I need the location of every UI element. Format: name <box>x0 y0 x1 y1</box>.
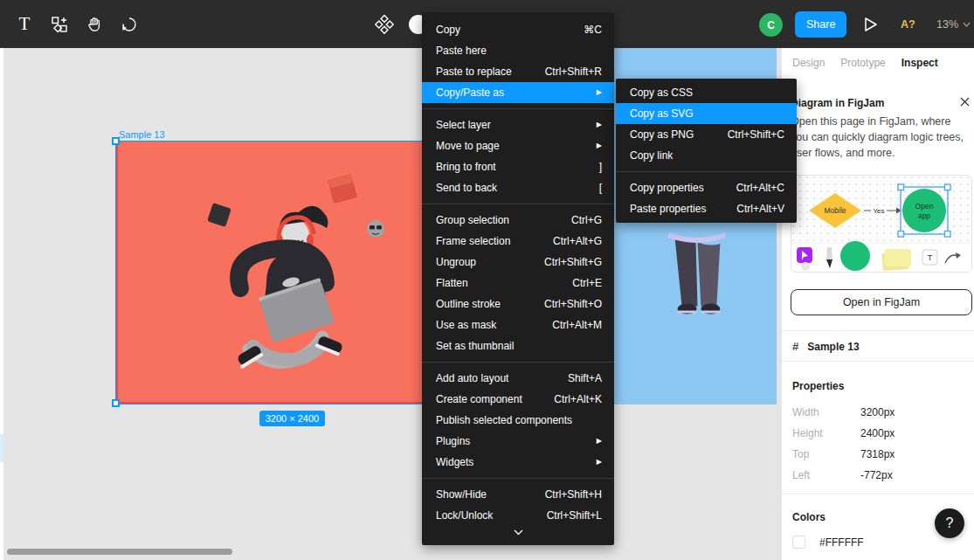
menu-item-paste-properties[interactable]: Paste properties Ctrl+Alt+V <box>616 198 797 219</box>
tab-design[interactable]: Design <box>792 57 825 69</box>
menu-item-copy-paste-as[interactable]: Copy/Paste as ▶ <box>422 82 614 103</box>
submenu-arrow-icon: ▶ <box>597 89 602 96</box>
menu-item-move-to-page[interactable]: Move to page ▶ <box>422 135 614 156</box>
open-in-figjam-button[interactable]: Open in FigJam <box>791 289 972 315</box>
share-button[interactable]: Share <box>795 11 846 38</box>
assets-tool-button[interactable] <box>42 7 77 42</box>
menu-item-shortcut: Ctrl+Alt+C <box>736 182 784 194</box>
menu-item-bring-to-front[interactable]: Bring to front ] <box>422 156 614 177</box>
property-value: -772px <box>860 469 893 481</box>
tab-prototype[interactable]: Prototype <box>840 57 885 69</box>
properties-list: Width 3200px Height 2400px Top 7318px Le… <box>792 402 964 486</box>
menu-item-shortcut: Ctrl+Alt+G <box>553 235 602 247</box>
menu-item-paste-to-replace[interactable]: Paste to replace Ctrl+Shift+R <box>422 61 614 82</box>
menu-item-copy-as-svg[interactable]: Copy as SVG <box>616 103 797 124</box>
horizontal-scrollbar[interactable] <box>7 549 232 555</box>
divider <box>782 361 974 362</box>
menu-item-label: Group selection <box>436 214 509 226</box>
menu-item-shortcut: Ctrl+Shift+C <box>728 128 784 141</box>
menu-item-lock-unlock[interactable]: Lock/Unlock Ctrl+Shift+L <box>422 505 614 526</box>
menu-item-plugins[interactable]: Plugins ▶ <box>422 431 614 452</box>
menu-item-label: Flatten <box>436 277 468 289</box>
menu-item-create-component[interactable]: Create component Ctrl+Alt+K <box>422 389 614 410</box>
left-panel-flyout-handle[interactable] <box>0 434 3 462</box>
copy-paste-as-submenu: Copy as CSS Copy as SVG Copy as PNG Ctrl… <box>616 79 797 223</box>
components-icon[interactable] <box>374 14 395 35</box>
menu-item-label: Lock/Unlock <box>436 509 493 522</box>
menu-item-label: Send to back <box>436 182 497 194</box>
menu-item-publish-selected-components[interactable]: Publish selected components <box>422 410 614 431</box>
menu-item-frame-selection[interactable]: Frame selection Ctrl+Alt+G <box>422 231 614 252</box>
menu-item-label: Copy properties <box>630 182 704 194</box>
property-value: 3200px <box>860 406 895 418</box>
menu-item-add-auto-layout[interactable]: Add auto layout Shift+A <box>422 368 614 389</box>
hand-tool-button[interactable] <box>77 7 112 42</box>
menu-item-shortcut: Ctrl+Alt+M <box>552 319 602 331</box>
menu-divider <box>422 478 614 479</box>
menu-item-label: Use as mask <box>436 319 496 331</box>
close-icon[interactable] <box>958 95 971 107</box>
menu-item-label: Publish selected components <box>436 414 572 426</box>
menu-item-copy[interactable]: Copy ⌘C <box>422 19 614 40</box>
frame-title-label[interactable]: Sample 13 <box>119 129 165 140</box>
zoom-control[interactable]: 13% <box>936 18 971 31</box>
submenu-arrow-icon: ▶ <box>597 121 602 128</box>
menu-item-copy-as-css[interactable]: Copy as CSS <box>616 82 797 103</box>
zoom-level: 13% <box>936 18 958 31</box>
selection-handle-bottom-left[interactable] <box>112 399 120 407</box>
menu-item-use-as-mask[interactable]: Use as mask Ctrl+Alt+M <box>422 315 614 335</box>
menu-item-widgets[interactable]: Widgets ▶ <box>422 452 614 473</box>
text-tool-button[interactable]: T <box>7 7 42 42</box>
menu-scroll-more[interactable] <box>422 526 614 538</box>
color-hex-value: #FFFFFF <box>819 536 864 549</box>
menu-item-select-layer[interactable]: Select layer ▶ <box>422 114 614 135</box>
menu-item-label: Plugins <box>436 435 470 447</box>
menu-item-copy-link[interactable]: Copy link <box>616 145 797 166</box>
avatar[interactable]: C <box>759 13 783 37</box>
canvas-left-edge <box>0 48 3 560</box>
tab-inspect[interactable]: Inspect <box>901 57 938 69</box>
a11y-indicator[interactable]: A? <box>901 18 915 31</box>
menu-item-label: Copy as SVG <box>630 107 694 120</box>
menu-item-label: Copy/Paste as <box>436 86 504 99</box>
menu-divider <box>422 108 614 109</box>
figjam-circle-shape <box>902 189 946 232</box>
menu-item-label: Set as thumbnail <box>436 340 514 352</box>
present-button[interactable] <box>861 15 881 34</box>
figma-window: Sample 13 3200 × 2400 DesignPrototypeIns… <box>0 0 974 560</box>
layer-row[interactable]: # Sample 13 <box>792 340 860 353</box>
figjam-card-title: Diagram in FigJam <box>791 97 884 109</box>
property-row-width: Width 3200px <box>792 402 964 423</box>
menu-item-shortcut: Ctrl+Shift+G <box>544 256 602 268</box>
menu-item-outline-stroke[interactable]: Outline stroke Ctrl+Shift+O <box>422 294 614 315</box>
panel-tabs: DesignPrototypeInspect <box>792 57 938 69</box>
menu-item-set-as-thumbnail[interactable]: Set as thumbnail <box>422 335 614 356</box>
menu-item-shortcut: Ctrl+G <box>571 214 602 226</box>
menu-item-copy-as-png[interactable]: Copy as PNG Ctrl+Shift+C <box>616 124 797 145</box>
color-swatch[interactable] <box>792 536 805 549</box>
property-value: 2400px <box>860 427 895 439</box>
menu-item-group-selection[interactable]: Group selection Ctrl+G <box>422 210 614 231</box>
menu-item-label: Move to page <box>436 140 500 152</box>
comment-tool-button[interactable] <box>112 7 147 42</box>
help-button[interactable]: ? <box>935 508 964 538</box>
inspect-panel: DesignPrototypeInspect Diagram in FigJam… <box>782 48 974 560</box>
menu-item-show-hide[interactable]: Show/Hide Ctrl+Shift+H <box>422 484 614 505</box>
menu-item-paste-here[interactable]: Paste here <box>422 40 614 61</box>
property-label: Height <box>792 427 860 439</box>
comment-icon <box>121 16 138 33</box>
text-tool-icon: T <box>19 13 31 35</box>
menu-divider <box>422 362 614 363</box>
figjam-circle-label-2: app <box>918 211 930 220</box>
menu-item-shortcut: ⌘C <box>584 24 602 36</box>
menu-item-flatten[interactable]: Flatten Ctrl+E <box>422 273 614 294</box>
menu-item-send-to-back[interactable]: Send to back [ <box>422 177 614 198</box>
menu-item-shortcut: Ctrl+E <box>572 277 602 289</box>
menu-item-label: Show/Hide <box>436 488 487 501</box>
menu-item-copy-properties[interactable]: Copy properties Ctrl+Alt+C <box>616 177 797 198</box>
divider <box>782 330 974 331</box>
menu-item-shortcut: ] <box>599 161 602 173</box>
menu-item-ungroup[interactable]: Ungroup Ctrl+Shift+G <box>422 252 614 273</box>
menu-item-label: Ungroup <box>436 256 476 268</box>
menu-item-shortcut: [ <box>599 182 602 194</box>
